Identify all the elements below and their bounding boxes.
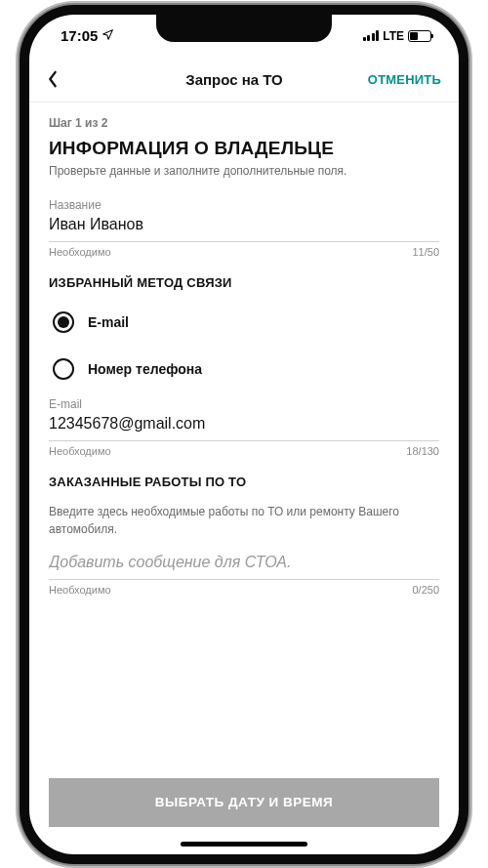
- nav-title: Запрос на ТО: [185, 71, 282, 88]
- work-heading: ЗАКАЗАННЫЕ РАБОТЫ ПО ТО: [49, 475, 439, 489]
- email-field-label: E-mail: [49, 397, 439, 411]
- work-desc: Введите здесь необходимые работы по ТО и…: [49, 503, 439, 538]
- location-arrow-icon: [102, 27, 114, 44]
- name-field-hint: Необходимо: [49, 246, 111, 258]
- radio-label-email: E-mail: [88, 314, 129, 330]
- name-field-label: Название: [49, 198, 439, 212]
- content-scroll[interactable]: Шаг 1 из 2 ИНФОРМАЦИЯ О ВЛАДЕЛЬЦЕ Провер…: [29, 103, 459, 778]
- nav-bar: Запрос на ТО ОТМЕНИТЬ: [29, 58, 459, 103]
- message-input[interactable]: [49, 552, 439, 580]
- network-label: LTE: [383, 29, 404, 43]
- owner-heading: ИНФОРМАЦИЯ О ВЛАДЕЛЬЦЕ: [49, 138, 439, 159]
- email-input[interactable]: [49, 413, 439, 441]
- radio-option-phone[interactable]: Номер телефона: [49, 351, 439, 397]
- battery-icon: [408, 30, 431, 42]
- radio-icon: [53, 311, 74, 333]
- radio-option-email[interactable]: E-mail: [49, 304, 439, 351]
- message-field-counter: 0/250: [412, 584, 439, 596]
- email-field-counter: 18/130: [406, 445, 439, 457]
- name-field: Название: [49, 198, 439, 242]
- message-field-hint: Необходимо: [49, 584, 111, 596]
- radio-label-phone: Номер телефона: [88, 361, 202, 377]
- contact-heading: ИЗБРАННЫЙ МЕТОД СВЯЗИ: [49, 275, 439, 290]
- message-field: [49, 552, 439, 580]
- signal-icon: [363, 30, 380, 41]
- owner-subtitle: Проверьте данные и заполните дополнитель…: [49, 163, 439, 180]
- radio-icon: [53, 358, 74, 380]
- name-field-counter: 11/50: [412, 246, 439, 258]
- cancel-button[interactable]: ОТМЕНИТЬ: [363, 72, 441, 87]
- device-notch: [156, 15, 332, 42]
- email-field-hint: Необходимо: [49, 445, 111, 457]
- back-button[interactable]: [47, 70, 105, 88]
- status-time: 17:05: [61, 27, 98, 44]
- chevron-left-icon: [47, 70, 59, 88]
- name-input[interactable]: [49, 214, 439, 242]
- email-field: E-mail: [49, 397, 439, 441]
- select-date-time-button[interactable]: ВЫБРАТЬ ДАТУ И ВРЕМЯ: [49, 778, 439, 827]
- home-indicator[interactable]: [181, 842, 307, 847]
- step-indicator: Шаг 1 из 2: [49, 116, 439, 130]
